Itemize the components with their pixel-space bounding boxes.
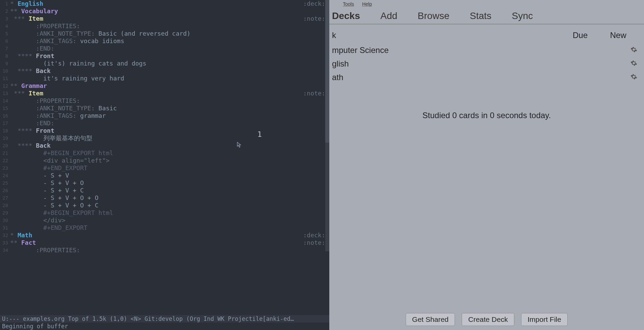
line-code[interactable]: </div> [10,217,329,224]
deck-list: mputer Science glish ath [329,43,644,84]
line-code[interactable]: <div align="left"> [10,157,329,164]
line-code[interactable]: - S + V [10,172,329,179]
editor-line[interactable]: 31 #+END_EXPORT [0,224,329,232]
editor-line[interactable]: 12** Grammar [0,82,329,90]
menu-tools[interactable]: Tools [343,1,354,7]
deck-name[interactable]: mputer Science [332,45,620,55]
line-code[interactable]: :ANKI_TAGS: vocab idioms [10,37,329,45]
menu-help[interactable]: Help [362,1,372,7]
col-due: Due [573,31,610,40]
editor-line[interactable]: 29 #+BEGIN_EXPORT html [0,209,329,217]
editor-line[interactable]: 6 :ANKI_TAGS: vocab idioms [0,37,329,45]
editor-line[interactable]: 5 :ANKI_NOTE_TYPE: Basic (and reversed c… [0,30,329,37]
editor-line[interactable]: 7 :END: [0,45,329,52]
create-deck-button[interactable]: Create Deck [462,313,514,326]
editor-line[interactable]: 26 - S + V + C [0,187,329,194]
line-code[interactable]: ** Vocabulary [10,7,329,15]
get-shared-button[interactable]: Get Shared [406,313,455,326]
editor-line[interactable]: 27 - S + V + O + O [0,194,329,202]
editor-line[interactable]: 17 :END: [0,120,329,127]
editor-scrollbar[interactable] [325,0,329,251]
line-number: 25 [0,179,10,187]
editor-line[interactable]: 3 *** Item:note: [0,15,329,22]
deck-row[interactable]: glish [329,57,644,71]
line-code[interactable]: :PROPERTIES: [10,246,329,254]
editor-line[interactable]: 21 #+BEGIN_EXPORT html [0,149,329,157]
editor-line[interactable]: 22 <div align="left"> [0,157,329,164]
nav-add[interactable]: Add [381,11,398,21]
line-number: 9 [0,60,10,67]
line-code[interactable]: #+BEGIN_EXPORT html [10,209,329,217]
line-code[interactable]: (it's) raining cats and dogs [10,60,329,67]
line-number: 29 [0,209,10,217]
editor-line[interactable]: 11 it's raining very hard [0,75,329,82]
gear-icon[interactable] [620,59,637,69]
editor-line[interactable]: 23 #+END_EXPORT [0,164,329,172]
editor-line[interactable]: 33** Fact:note: [0,239,329,246]
line-code[interactable]: - S + V + C [10,187,329,194]
editor-line[interactable]: 4 :PROPERTIES: [0,22,329,30]
deck-name[interactable]: ath [332,73,620,82]
line-code[interactable]: :PROPERTIES: [10,97,329,105]
deck-row[interactable]: mputer Science [329,43,644,57]
line-code[interactable]: :ANKI_TAGS: grammar [10,112,329,120]
gear-icon[interactable] [620,73,637,82]
deck-name[interactable]: glish [332,59,620,69]
line-code[interactable]: it's raining very hard [10,75,329,82]
editor-line[interactable]: 30 </div> [0,217,329,224]
editor-line[interactable]: 2** Vocabulary [0,7,329,15]
line-code[interactable]: :ANKI_NOTE_TYPE: Basic [10,105,329,112]
scroll-thumb[interactable] [325,0,329,143]
line-code[interactable]: **** Back [10,67,329,75]
editor-line[interactable]: 34 :PROPERTIES: [0,246,329,254]
editor-line[interactable]: 13 *** Item:note: [0,90,329,97]
editor-line[interactable]: 32* Math:deck: [0,232,329,239]
editor-line[interactable]: 18 **** Front [0,127,329,134]
line-number: 18 [0,127,10,134]
editor-line[interactable]: 28 - S + V + O + C [0,202,329,209]
editor-line[interactable]: 20 **** Back [0,142,329,149]
line-code[interactable]: **** Front [10,52,329,60]
line-code[interactable]: - S + V + O + O [10,194,329,202]
line-code[interactable]: #+END_EXPORT [10,164,329,172]
line-code[interactable]: **** Front [10,127,329,134]
line-code[interactable]: - S + V + O [10,179,329,187]
editor-line[interactable]: 16 :ANKI_TAGS: grammar [0,112,329,120]
import-file-button[interactable]: Import File [521,313,568,326]
line-number: 6 [0,37,10,45]
line-code[interactable]: **** Back [10,142,329,149]
line-code[interactable]: *** Item:note: [10,15,329,22]
line-code[interactable]: * Math:deck: [10,232,329,239]
line-code[interactable]: *** Item:note: [10,90,329,97]
editor-line[interactable]: 8 **** Front [0,52,329,60]
line-number: 33 [0,239,10,246]
editor-line[interactable]: 19 列举最基本的句型 [0,134,329,142]
line-number: 19 [0,134,10,142]
editor-line[interactable]: 14 :PROPERTIES: [0,97,329,105]
line-code[interactable]: ** Grammar [10,82,329,90]
line-code[interactable]: - S + V + O + C [10,202,329,209]
editor-line[interactable]: 15 :ANKI_NOTE_TYPE: Basic [0,105,329,112]
line-code[interactable]: * English:deck: [10,0,329,7]
nav-sync[interactable]: Sync [512,11,533,21]
deck-row[interactable]: ath [329,71,644,84]
gear-icon[interactable] [620,45,637,55]
line-code[interactable]: :PROPERTIES: [10,22,329,30]
editor-line[interactable]: 25 - S + V + O [0,179,329,187]
editor-line[interactable]: 1* English:deck: [0,0,329,7]
line-code[interactable]: #+END_EXPORT [10,224,329,232]
editor-line[interactable]: 24 - S + V [0,172,329,179]
line-code[interactable]: :ANKI_NOTE_TYPE: Basic (and reversed car… [10,30,329,37]
line-code[interactable]: #+BEGIN_EXPORT html [10,149,329,157]
nav-decks[interactable]: Decks [332,11,360,21]
line-code[interactable]: ** Fact:note: [10,239,329,246]
nav-browse[interactable]: Browse [418,11,449,21]
col-deck: k [332,31,573,40]
nav-stats[interactable]: Stats [470,11,492,21]
editor-line[interactable]: 10 **** Back [0,67,329,75]
line-code[interactable]: :END: [10,120,329,127]
line-code[interactable]: 列举最基本的句型 [10,134,329,142]
line-code[interactable]: :END: [10,45,329,52]
editor-line[interactable]: 9 (it's) raining cats and dogs [0,60,329,67]
editor-content[interactable]: 1* English:deck:2** Vocabulary3 *** Item… [0,0,329,254]
